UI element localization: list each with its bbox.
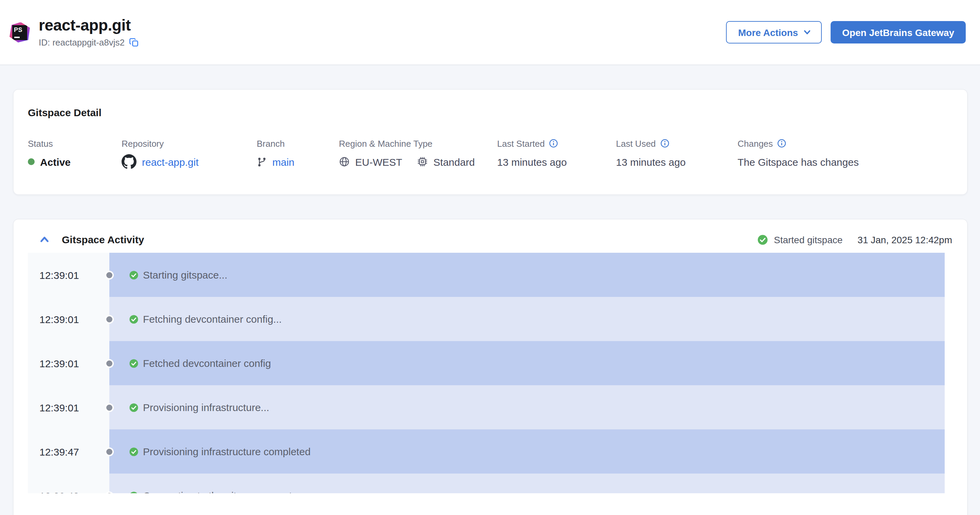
check-circle-icon (129, 491, 138, 493)
gitspace-detail-card: Gitspace Detail Status Active Repository… (13, 89, 967, 195)
page: PS react-app.git ID: reactappgit-a8vjs2 … (0, 0, 980, 515)
timeline-dot (105, 403, 114, 412)
check-circle-icon (129, 270, 138, 280)
log-row-body: Fetching devcontainer config... (109, 297, 945, 341)
page-content: Gitspace Detail Status Active Repository… (0, 65, 980, 515)
log-row[interactable]: Fetching devcontainer config...12:39:01 (28, 297, 945, 341)
log-message: Starting gitspace... (143, 269, 227, 281)
log-timestamp: 12:39:01 (40, 357, 79, 369)
field-last-used: Last Used 13 minutes ago (616, 138, 686, 169)
log-message: Connecting to the gitspace agent... (143, 490, 301, 493)
check-circle-icon (757, 234, 768, 245)
log-timestamp: 12:39:01 (40, 402, 79, 413)
activity-status: Started gitspace (757, 234, 843, 245)
machine-type-value: Standard (433, 156, 475, 167)
log-row[interactable]: Connecting to the gitspace agent...12:39… (28, 474, 945, 493)
open-jetbrains-gateway-button[interactable]: Open JetBrains Gateway (830, 21, 966, 43)
log-row[interactable]: Provisioning infrastructure...12:39:01 (28, 385, 945, 429)
log-message: Provisioning infrastructure... (143, 402, 269, 413)
field-status: Status Active (28, 138, 71, 169)
log-timestamp: 12:39:48 (40, 490, 79, 493)
globe-icon (339, 156, 350, 167)
status-dot (28, 158, 35, 165)
timeline-dot (105, 314, 114, 324)
log-row-body: Provisioning infrastructure completed (109, 429, 945, 474)
last-used-value: 13 minutes ago (616, 156, 686, 167)
log-row-body: Starting gitspace... (109, 253, 945, 297)
status-value: Active (40, 156, 71, 167)
log-row-body: Connecting to the gitspace agent... (109, 474, 945, 493)
timeline-dot (105, 447, 114, 456)
log-row[interactable]: Provisioning infrastructure completed12:… (28, 429, 945, 474)
check-circle-icon (129, 447, 138, 456)
region-value: EU-WEST (355, 156, 402, 167)
page-title: react-app.git (39, 18, 140, 35)
field-branch: Branch main (257, 138, 294, 169)
phpstorm-icon-inner: PS (12, 25, 27, 40)
repository-link[interactable]: react-app.git (142, 156, 199, 167)
branch-link[interactable]: main (272, 156, 294, 167)
copy-icon[interactable] (129, 37, 140, 47)
log-timestamp: 12:39:01 (40, 313, 79, 325)
check-circle-icon (129, 359, 138, 368)
git-branch-icon (257, 156, 267, 167)
chevron-up-icon[interactable] (39, 234, 50, 245)
activity-status-time: 31 Jan, 2025 12:42pm (858, 234, 952, 245)
activity-log-viewport[interactable]: Starting gitspace...12:39:01Fetching dev… (28, 253, 945, 493)
log-row-body: Fetched devcontainer config (109, 341, 945, 385)
activity-header: Gitspace Activity Started gitspace 31 Ja… (13, 220, 967, 245)
activity-heading: Gitspace Activity (62, 234, 144, 245)
changes-label: Changes (738, 138, 773, 148)
activity-log: Starting gitspace...12:39:01Fetching dev… (28, 253, 945, 493)
log-message: Fetched devcontainer config (143, 357, 271, 369)
last-started-value: 13 minutes ago (497, 156, 567, 167)
info-icon[interactable] (777, 139, 786, 148)
log-row-body: Provisioning infrastructure... (109, 385, 945, 429)
github-icon (122, 154, 137, 169)
log-timestamp: 12:39:47 (40, 446, 79, 457)
last-started-label: Last Started (497, 138, 545, 148)
field-region-machine: Region & Machine Type EU-WEST Standard (339, 138, 475, 169)
timeline-dot (105, 359, 114, 368)
title-block: react-app.git ID: reactappgit-a8vjs2 (39, 18, 140, 48)
timeline-dot (105, 270, 114, 279)
more-actions-button[interactable]: More Actions (726, 21, 822, 43)
status-label: Status (28, 138, 71, 149)
cpu-icon (417, 156, 428, 167)
gitspace-id: ID: reactappgit-a8vjs2 (39, 37, 125, 47)
detail-heading: Gitspace Detail (28, 107, 102, 118)
field-changes: Changes The Gitspace has changes (738, 138, 859, 169)
log-message: Provisioning infrastructure completed (143, 446, 311, 457)
field-repository: Repository react-app.git (122, 138, 199, 169)
log-timestamp: 12:39:01 (40, 269, 79, 281)
branch-label: Branch (257, 138, 294, 149)
chevron-down-icon (803, 28, 811, 37)
log-message: Fetching devcontainer config... (143, 313, 282, 325)
log-row[interactable]: Fetched devcontainer config12:39:01 (28, 341, 945, 385)
more-actions-label: More Actions (738, 27, 798, 38)
info-icon[interactable] (549, 139, 558, 148)
field-last-started: Last Started 13 minutes ago (497, 138, 567, 169)
log-row[interactable]: Starting gitspace...12:39:01 (28, 253, 945, 297)
repository-label: Repository (122, 138, 199, 149)
header-actions: More Actions Open JetBrains Gateway (726, 21, 966, 43)
gitspace-activity-card: Gitspace Activity Started gitspace 31 Ja… (13, 219, 967, 515)
changes-value: The Gitspace has changes (738, 156, 859, 167)
info-icon[interactable] (660, 139, 669, 148)
last-used-label: Last Used (616, 138, 656, 148)
phpstorm-icon-bar (14, 36, 20, 38)
phpstorm-icon: PS (10, 22, 30, 43)
top-header: PS react-app.git ID: reactappgit-a8vjs2 … (0, 0, 980, 65)
check-circle-icon (129, 314, 138, 324)
region-machine-label: Region & Machine Type (339, 138, 475, 149)
phpstorm-icon-text: PS (14, 26, 22, 33)
check-circle-icon (129, 403, 138, 412)
activity-status-text: Started gitspace (774, 234, 843, 245)
